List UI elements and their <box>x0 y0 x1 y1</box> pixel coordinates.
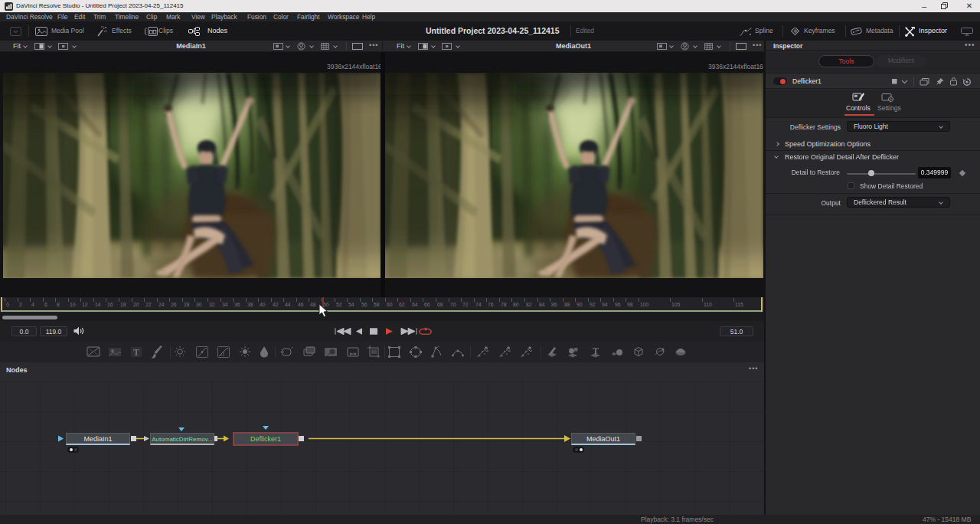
svg-text:T: T <box>593 346 599 356</box>
svg-text:T: T <box>133 347 139 358</box>
